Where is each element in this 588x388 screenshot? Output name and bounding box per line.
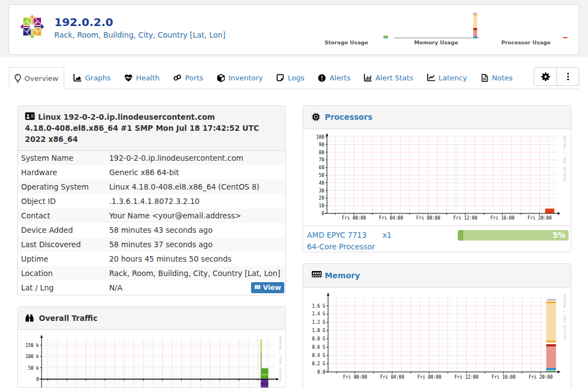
svg-text:50 k: 50 k <box>28 366 39 371</box>
traffic-graph[interactable]: 050 k100 k150 kRRDTOOL / TOBI OETIKER <box>18 330 285 387</box>
sysinfo-row-label: Contact <box>18 208 105 223</box>
sysinfo-row-label: Last Discovered <box>18 237 105 252</box>
sysinfo-row-value: 20 hours 45 minutes 50 seconds <box>105 252 285 266</box>
svg-text:0: 0 <box>36 377 39 382</box>
chart-area-icon <box>73 74 81 82</box>
svg-text:20: 20 <box>319 196 324 201</box>
svg-text:50: 50 <box>319 173 324 178</box>
svg-text:Fri 16:00: Fri 16:00 <box>490 216 515 221</box>
svg-text:70: 70 <box>319 157 324 162</box>
address-card-icon <box>25 111 35 121</box>
tab-alerts-label: Alerts <box>330 74 351 82</box>
svg-text:90: 90 <box>319 142 324 147</box>
view-map-button-label: View <box>263 283 281 292</box>
svg-text:0: 0 <box>321 211 324 216</box>
svg-text:Fri 12:00: Fri 12:00 <box>454 375 479 380</box>
tab-ports-label: Ports <box>185 74 203 82</box>
tab-notes[interactable]: Notes <box>474 67 520 89</box>
processor-usage-minigraph <box>483 11 569 39</box>
sysinfo-row-value: 58 minutes 43 seconds ago <box>105 223 285 237</box>
device-location-link[interactable]: Rack, Room, Building, City, Country [Lat… <box>54 30 226 40</box>
svg-text:Fri 00:00: Fri 00:00 <box>342 216 366 221</box>
sysinfo-row-label: Operating System <box>18 180 105 194</box>
svg-text:Fri 04:00: Fri 04:00 <box>380 375 405 380</box>
view-map-button[interactable]: View <box>251 282 284 293</box>
sysinfo-row-label: Hardware <box>18 165 105 180</box>
tab-alerts[interactable]: Alerts <box>311 67 357 89</box>
tab-logs-label: Logs <box>288 74 304 82</box>
memory-usage-minigraph <box>393 11 479 39</box>
sysinfo-row: System Name192-0-2-0.ip.linodeuserconten… <box>18 151 285 165</box>
tab-health-label: Health <box>136 74 160 82</box>
tab-health[interactable]: Health <box>117 67 166 89</box>
processors-panel-heading[interactable]: Processors <box>303 106 571 129</box>
svg-text:30: 30 <box>319 188 324 193</box>
map-icon <box>254 284 262 292</box>
sysinfo-panel-heading: Linux 192‑0‑2‑0.ip.linodeusercontent.com… <box>18 106 285 151</box>
sysinfo-row-value: Rack, Room, Building, City, Country [Lat… <box>105 266 285 280</box>
cpu-count[interactable]: x1 <box>382 229 392 241</box>
ministat-memory[interactable]: Memory Usage <box>393 11 479 46</box>
device-settings-button[interactable] <box>534 68 556 85</box>
link-icon <box>173 74 182 83</box>
memory-panel: Memory 0.00.2 G0.4 G0.6 G0.8 G1.0 G1.2 G… <box>303 263 571 388</box>
sysinfo-row-label: Object ID <box>18 194 105 208</box>
sysinfo-row-value: Linux 4.18.0-408.el8.x86_64 (CentOS 8) <box>105 180 285 194</box>
cpu-usage-bar: 5% <box>458 230 569 241</box>
chart-column-icon <box>364 74 372 82</box>
svg-text:80: 80 <box>319 150 324 155</box>
tab-alert-stats-label: Alert Stats <box>375 74 413 82</box>
sysinfo-row-value: 58 minutes 37 seconds ago <box>105 237 285 252</box>
sysinfo-row: Operating SystemLinux 4.18.0-408.el8.x86… <box>18 180 285 194</box>
processors-graph[interactable]: 0102030405060708090100Fri 00:00Fri 04:00… <box>303 129 571 226</box>
svg-text:0.0: 0.0 <box>318 370 326 375</box>
memory-rrd-graph: 0.00.2 G0.4 G0.6 G0.8 G1.0 G1.2 G1.4 G1.… <box>303 288 571 388</box>
file-lines-icon <box>480 74 489 82</box>
svg-text:10: 10 <box>319 203 324 208</box>
sysinfo-row: Lat / LngN/AView <box>18 280 285 295</box>
tab-latency[interactable]: Latency <box>420 67 474 89</box>
tab-graphs[interactable]: Graphs <box>67 67 117 89</box>
svg-text:0.6 G: 0.6 G <box>312 345 325 350</box>
traffic-rrd-graph: 050 k100 k150 kRRDTOOL / TOBI OETIKER <box>18 330 285 387</box>
gear-icon <box>541 72 550 81</box>
sysinfo-row: LocationRack, Room, Building, City, Coun… <box>18 266 285 280</box>
traffic-panel: Overall Traffic 050 k100 k150 kRRDTOOL /… <box>17 307 286 388</box>
sysinfo-row: HardwareGeneric x86 64-bit <box>18 165 285 180</box>
tab-overview[interactable]: Overview <box>9 67 64 89</box>
tab-inventory-label: Inventory <box>228 74 263 82</box>
tab-alert-stats[interactable]: Alert Stats <box>357 67 420 89</box>
memory-title: Memory <box>325 271 360 280</box>
memory-graph[interactable]: 0.00.2 G0.4 G0.6 G0.8 G1.0 G1.2 G1.4 G1.… <box>303 288 571 388</box>
ministat-processor[interactable]: Processor Usage <box>483 11 569 46</box>
memory-panel-heading[interactable]: Memory <box>303 264 571 288</box>
svg-text:1.2 G: 1.2 G <box>312 320 325 325</box>
memory-icon <box>311 269 322 280</box>
sysinfo-row-value: Your Name <your@email.address> <box>105 208 285 223</box>
svg-text:Fri 04:00: Fri 04:00 <box>379 216 403 221</box>
traffic-title: Overall Traffic <box>39 314 98 323</box>
ministat-processor-label: Processor Usage <box>483 39 569 46</box>
device-menu-button[interactable] <box>556 68 579 85</box>
lightbulb-icon <box>13 74 22 83</box>
ellipsis-vertical-icon <box>564 72 572 81</box>
cube-icon <box>217 74 226 83</box>
tab-ports[interactable]: Ports <box>166 67 210 89</box>
sysinfo-panel: Linux 192‑0‑2‑0.ip.linodeusercontent.com… <box>17 105 286 295</box>
tab-actions-group <box>534 67 579 86</box>
ministat-storage[interactable]: Storage Usage <box>303 11 390 46</box>
device-title-link[interactable]: 192.0.2.0 <box>54 16 226 29</box>
sysinfo-row: Device Added58 minutes 43 seconds ago <box>18 223 285 237</box>
svg-text:0.4 G: 0.4 G <box>312 353 325 358</box>
ministat-storage-label: Storage Usage <box>303 39 390 46</box>
svg-text:Fri 12:00: Fri 12:00 <box>453 216 478 221</box>
sysinfo-row-label: Uptime <box>18 252 105 266</box>
device-tabs: Overview Graphs Health Ports Inventory L… <box>9 67 579 89</box>
svg-text:100: 100 <box>316 135 325 140</box>
tab-inventory[interactable]: Inventory <box>210 67 270 89</box>
microchip-icon <box>311 113 320 121</box>
sysinfo-row-value: N/AView <box>105 280 285 295</box>
svg-text:Fri 20:00: Fri 20:00 <box>529 375 553 380</box>
tab-logs[interactable]: Logs <box>269 67 311 89</box>
storage-usage-minigraph <box>303 11 390 39</box>
